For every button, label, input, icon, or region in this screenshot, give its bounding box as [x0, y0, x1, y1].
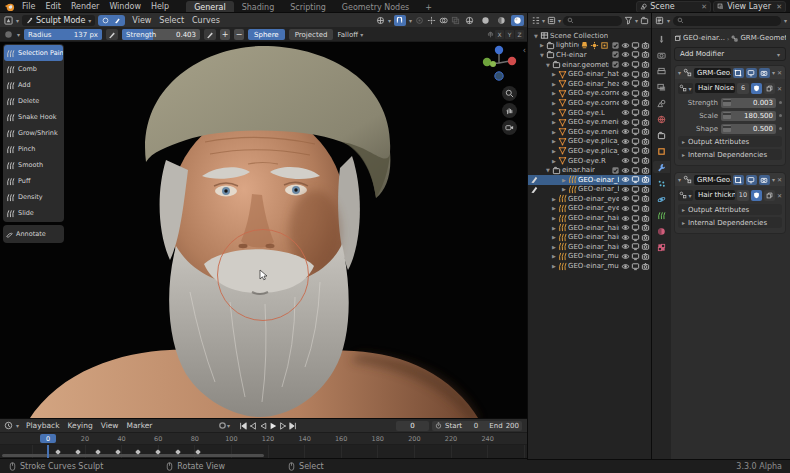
modifier-editmode-toggle[interactable]: [733, 68, 744, 78]
menu-render[interactable]: Render: [66, 1, 104, 12]
hide-viewport-eye-icon[interactable]: [621, 89, 630, 98]
falloff-circle-icon[interactable]: [100, 17, 111, 24]
node-group-browse-button[interactable]: ▾: [678, 190, 693, 201]
node-group-name-field[interactable]: Hair thickness: [695, 190, 735, 200]
panel-expand-icon[interactable]: ▾: [678, 69, 681, 76]
new-collection-icon[interactable]: [640, 16, 649, 25]
disclosure-right-icon[interactable]: ▶: [551, 225, 557, 231]
disclosure-right-icon[interactable]: ▶: [551, 148, 557, 154]
next-keyframe-button[interactable]: [278, 421, 287, 431]
timeline-scrollbar[interactable]: [2, 454, 264, 457]
tool-add[interactable]: Add: [4, 77, 63, 93]
modifier-editmode-toggle[interactable]: [733, 175, 744, 185]
view-layer-close-icon[interactable]: ✕: [776, 3, 782, 11]
disable-render-icon[interactable]: [641, 98, 650, 107]
brush-toggle-icon[interactable]: [112, 17, 123, 24]
disclosure-right-icon[interactable]: ▶: [561, 186, 567, 192]
disable-viewport-icon[interactable]: [631, 50, 640, 59]
hide-viewport-eye-icon[interactable]: [621, 127, 630, 136]
tool-snake-hook[interactable]: Snake Hook: [4, 109, 63, 125]
viewport-canvas[interactable]: Selection PaintCombAddDeleteSnake HookGr…: [0, 42, 528, 421]
disclosure-right-icon[interactable]: ▶: [551, 119, 557, 125]
disable-render-icon[interactable]: [641, 89, 650, 98]
shading-solid-button[interactable]: [479, 15, 492, 26]
disable-viewport-icon[interactable]: [631, 223, 640, 232]
disable-viewport-icon[interactable]: [631, 185, 640, 194]
symmetry-x-button[interactable]: X: [495, 30, 504, 39]
playhead-badge[interactable]: 0: [40, 434, 56, 443]
brush-chevron-icon[interactable]: ▾: [17, 31, 20, 38]
disable-render-icon[interactable]: [641, 60, 650, 69]
input-attribute-toggle-icon[interactable]: [723, 125, 731, 132]
fake-user-shield-button[interactable]: [751, 190, 762, 201]
playhead-line[interactable]: [47, 445, 49, 458]
workspace-tab-geometry-nodes[interactable]: Geometry Nodes: [334, 1, 417, 13]
disclosure-down-icon[interactable]: ▼: [533, 33, 539, 39]
workspace-tab--[interactable]: +: [417, 1, 440, 13]
hide-viewport-eye-icon[interactable]: [621, 194, 630, 203]
properties-tab-tool[interactable]: [653, 33, 670, 45]
breadcrumb-modifier[interactable]: GRM-Geometr...: [740, 34, 786, 42]
modifier-realtime-toggle[interactable]: [746, 175, 757, 185]
disclosure-right-icon[interactable]: ▶: [551, 234, 557, 240]
shading-wireframe-button[interactable]: [463, 15, 476, 26]
shading-material-button[interactable]: [495, 15, 508, 26]
disable-viewport-icon[interactable]: [631, 108, 640, 117]
disable-render-icon[interactable]: [641, 118, 650, 127]
hide-viewport-eye-icon[interactable]: [621, 146, 630, 155]
tool-grow-shrink[interactable]: Grow/Shrink: [4, 125, 63, 141]
properties-search-input[interactable]: [673, 16, 781, 26]
proportional-edit-icon[interactable]: [415, 16, 424, 25]
disclosure-right-icon[interactable]: ▶: [551, 90, 557, 96]
zoom-button[interactable]: [502, 86, 517, 101]
disclosure-right-icon[interactable]: ▶: [551, 205, 557, 211]
disable-render-icon[interactable]: [641, 214, 650, 223]
disable-viewport-icon[interactable]: [631, 166, 640, 175]
strength-pressure-button[interactable]: [204, 29, 216, 40]
properties-tab-material[interactable]: [653, 225, 670, 237]
disclosure-right-icon[interactable]: ▶: [551, 81, 557, 87]
properties-tab-collection[interactable]: [653, 129, 670, 141]
pan-hand-button[interactable]: [502, 103, 517, 118]
outliner-row[interactable]: ▶GEO-einar_bear: [528, 175, 652, 185]
disable-viewport-icon[interactable]: [631, 127, 640, 136]
subpanel-internal-dependencies[interactable]: ▸Internal Dependencies: [678, 217, 782, 228]
modifier-close-icon[interactable]: ✕: [777, 176, 782, 183]
outliner-row[interactable]: ▶GEO-einar_hair: [528, 232, 652, 242]
panel-expand-icon[interactable]: ▾: [678, 176, 681, 183]
subpanel-internal-dependencies[interactable]: ▸Internal Dependencies: [678, 149, 782, 160]
display-mode-chevron-icon[interactable]: ▾: [558, 17, 561, 24]
outliner-row[interactable]: ▼Scene Collection: [528, 31, 652, 41]
param-value-field[interactable]: 180.500: [721, 111, 776, 121]
disable-viewport-icon[interactable]: [631, 175, 640, 184]
current-frame-field[interactable]: 0: [396, 421, 429, 431]
exclude-checkbox[interactable]: [611, 50, 620, 59]
disclosure-down-icon[interactable]: ▼: [545, 167, 551, 173]
workspace-tab-scripting[interactable]: Scripting: [282, 1, 334, 13]
disable-viewport-icon[interactable]: [631, 70, 640, 79]
navigation-gizmo[interactable]: [478, 43, 520, 87]
modifier-close-icon[interactable]: ✕: [777, 69, 782, 76]
strength-slider[interactable]: Strength 0.403: [122, 29, 200, 40]
modifier-panel-header[interactable]: ▾GRM-Geo...▾✕: [675, 173, 785, 186]
hide-viewport-eye-icon[interactable]: [621, 137, 630, 146]
overlays-icon[interactable]: [439, 16, 448, 25]
menu-window[interactable]: Window: [104, 1, 146, 12]
disable-render-icon[interactable]: [641, 175, 650, 184]
hide-viewport-eye-icon[interactable]: [621, 242, 630, 251]
disable-render-icon[interactable]: [641, 223, 650, 232]
hide-viewport-eye-icon[interactable]: [621, 223, 630, 232]
outliner-row[interactable]: ▶GEO-einar_must: [528, 252, 652, 262]
disclosure-right-icon[interactable]: ▶: [551, 215, 557, 221]
outliner-row[interactable]: ▶lighting: [528, 41, 652, 51]
timeline-menu-playback[interactable]: Playback: [22, 421, 63, 430]
subpanel-output-attributes[interactable]: ▸Output Attributes: [678, 136, 782, 147]
hide-viewport-eye-icon[interactable]: [621, 50, 630, 59]
disable-render-icon[interactable]: [641, 194, 650, 203]
properties-tab-modifiers[interactable]: [653, 161, 670, 173]
disable-render-icon[interactable]: [641, 204, 650, 213]
brush-preview-icon[interactable]: [4, 30, 13, 39]
hide-viewport-eye-icon[interactable]: [621, 118, 630, 127]
modifier-name-field[interactable]: GRM-Geo...: [694, 68, 731, 78]
disclosure-right-icon[interactable]: ▶: [551, 158, 557, 164]
